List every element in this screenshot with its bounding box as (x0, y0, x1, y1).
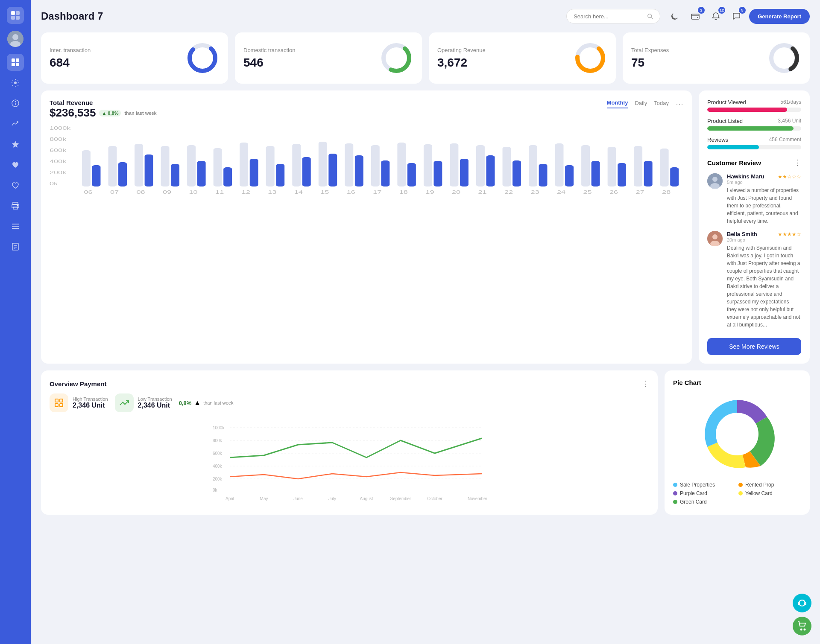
svg-rect-52 (187, 145, 196, 186)
svg-rect-9 (12, 63, 15, 66)
revenue-more-btn[interactable]: ⋯ (676, 99, 683, 108)
svg-rect-121 (55, 404, 58, 407)
overview-trend: 0,8% ▲ than last week (179, 393, 234, 412)
sidebar-item-favorites[interactable] (7, 136, 24, 153)
wallet-btn[interactable]: 2 (688, 9, 703, 24)
product-listed-bar (707, 126, 801, 131)
svg-text:10: 10 (189, 190, 198, 195)
legend-green-label: Green Card (680, 499, 707, 505)
svg-text:16: 16 (347, 190, 355, 195)
svg-text:22: 22 (504, 190, 513, 195)
legend-purple-label: Purple Card (680, 490, 707, 496)
sidebar-logo[interactable] (7, 7, 24, 24)
revenue-chart-svg: 1000k 800k 600k 400k 200k 0k (50, 125, 683, 201)
overview-more-btn[interactable]: ⋮ (641, 379, 649, 388)
header-icons: 2 12 5 Generate Report (667, 9, 810, 24)
tab-daily[interactable]: Daily (635, 100, 647, 108)
svg-rect-85 (618, 163, 626, 186)
legend-rented-prop: Rented Prop (738, 482, 801, 488)
overview-trend-sub: than last week (203, 400, 233, 405)
legend-yellow-card: Yellow Card (738, 490, 801, 496)
svg-rect-60 (292, 144, 301, 186)
svg-rect-61 (302, 157, 311, 186)
floating-buttons (793, 594, 811, 635)
sidebar (0, 0, 31, 644)
bell-badge: 12 (718, 7, 725, 14)
svg-text:07: 07 (110, 190, 119, 195)
high-transaction-icon (50, 393, 68, 412)
svg-text:April: April (226, 496, 234, 501)
tab-monthly[interactable]: Monthly (607, 99, 628, 108)
theme-toggle-btn[interactable] (667, 9, 682, 24)
svg-text:October: October (427, 496, 442, 501)
reviewer-time-0: 5m ago (727, 180, 801, 185)
bell-btn[interactable]: 12 (708, 9, 723, 24)
total-expenses-label: Total Expenses (631, 47, 669, 53)
low-transaction-value: 2,346 Unit (138, 402, 172, 409)
svg-rect-48 (135, 144, 143, 186)
bell-icon (712, 12, 720, 20)
svg-text:12: 12 (242, 190, 250, 195)
svg-rect-69 (407, 163, 416, 186)
cart-btn[interactable] (793, 617, 811, 635)
svg-rect-80 (555, 143, 564, 186)
svg-marker-15 (12, 141, 19, 148)
product-listed-label: Product Listed (707, 118, 743, 124)
operating-revenue-donut (573, 41, 607, 75)
total-expenses-value: 75 (631, 56, 669, 70)
review-item-0: Hawkins Maru ★★☆☆☆ 5m ago I viewed a num… (707, 173, 801, 225)
chat-icon (732, 12, 741, 20)
review-more-btn[interactable]: ⋮ (794, 158, 801, 167)
stat-card-inter-transaction: Inter. transaction 684 (41, 32, 228, 84)
sidebar-item-analytics[interactable] (7, 115, 24, 132)
search-input[interactable] (574, 13, 644, 20)
sidebar-item-reports[interactable] (7, 238, 24, 255)
see-more-reviews-button[interactable]: See More Reviews (707, 338, 801, 355)
revenue-card: Total Revenue $236,535 ▲0,8% than last w… (41, 90, 692, 364)
sidebar-item-print[interactable] (7, 197, 24, 214)
tab-today[interactable]: Today (654, 100, 669, 108)
svg-rect-71 (433, 161, 442, 186)
svg-rect-53 (197, 161, 206, 186)
reviewer-stars-0: ★★☆☆☆ (778, 174, 801, 180)
support-btn[interactable] (793, 594, 811, 612)
reviewer-name-0: Hawkins Maru (727, 173, 764, 180)
svg-rect-68 (397, 143, 406, 186)
sidebar-item-heart2[interactable] (7, 177, 24, 194)
svg-text:0k: 0k (50, 181, 58, 186)
svg-text:27: 27 (636, 190, 644, 195)
sidebar-item-heart[interactable] (7, 156, 24, 173)
main-content: Dashboard 7 2 12 5 Generate Report (31, 0, 820, 644)
svg-point-114 (712, 177, 718, 182)
high-transaction-label: High Transaction (73, 396, 108, 402)
revenue-title: Total Revenue (50, 99, 157, 106)
svg-rect-88 (660, 149, 669, 186)
pie-chart-title: Pie Chart (673, 379, 801, 386)
stat-card-operating-revenue: Operating Revenue 3,672 (429, 32, 616, 84)
sidebar-item-info[interactable] (7, 95, 24, 112)
search-box[interactable] (566, 9, 660, 23)
avatar[interactable] (7, 31, 23, 47)
review-text-1: Dealing with Syamsudin and Bakri was a j… (727, 244, 801, 329)
generate-report-button[interactable]: Generate Report (749, 9, 810, 24)
svg-rect-29 (691, 14, 699, 19)
svg-rect-2 (11, 16, 15, 20)
chat-btn[interactable]: 5 (729, 9, 744, 24)
sidebar-item-settings[interactable] (7, 74, 24, 91)
low-transaction-icon (115, 393, 134, 412)
reviewer-stars-1: ★★★★☆ (778, 231, 801, 237)
svg-text:400k: 400k (213, 464, 223, 469)
svg-rect-49 (145, 154, 153, 186)
svg-rect-56 (240, 143, 248, 186)
domestic-transaction-donut (379, 41, 413, 75)
svg-rect-120 (60, 399, 63, 402)
sidebar-item-dashboard[interactable] (7, 54, 24, 71)
svg-rect-54 (214, 148, 222, 186)
svg-rect-70 (424, 144, 432, 186)
svg-rect-44 (82, 150, 91, 186)
svg-point-5 (12, 34, 18, 40)
sidebar-item-menu[interactable] (7, 218, 24, 235)
svg-text:1000k: 1000k (213, 425, 225, 430)
svg-point-142 (716, 413, 758, 455)
svg-text:August: August (360, 496, 373, 501)
